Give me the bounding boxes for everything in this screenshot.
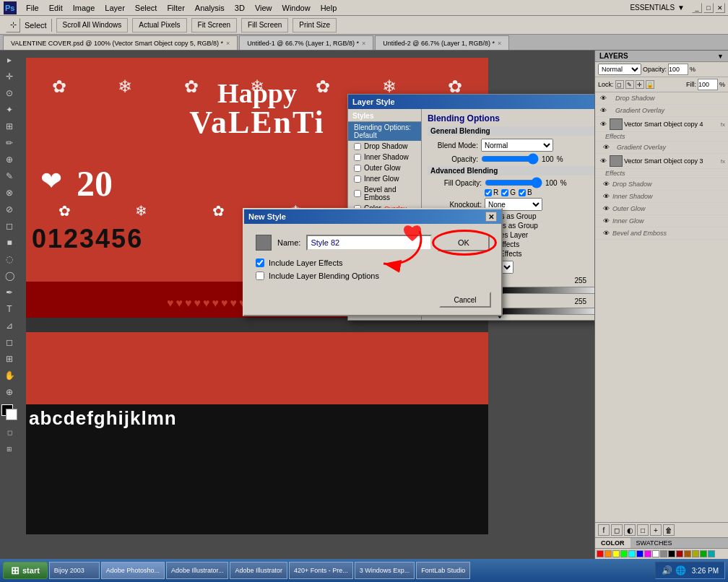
style-name-input[interactable] [306, 235, 432, 251]
new-style-titlebar[interactable]: New Style ✕ [244, 209, 501, 224]
tool-selection[interactable]: ▸ [1, 52, 17, 68]
layer-group-btn[interactable]: □ [637, 524, 649, 536]
tool-screen-mode[interactable]: ⊞ [1, 441, 17, 457]
swatch-gray[interactable] [660, 550, 667, 557]
layer-mask-btn[interactable]: ◻ [611, 524, 623, 536]
tray-icon-1[interactable]: 🔊 [662, 565, 672, 576]
tool-heal[interactable]: ⊕ [1, 152, 17, 168]
menu-window[interactable]: Window [278, 2, 315, 14]
style-item-4[interactable]: Inner Glow [348, 173, 421, 184]
opacity-slider[interactable] [481, 155, 539, 163]
layer-styles-btn[interactable]: f [598, 524, 610, 536]
channel-r-check[interactable] [485, 189, 492, 196]
layer-drop-shadow-2[interactable]: 👁 Drop Shadow [595, 178, 728, 191]
taskbar-item-5[interactable]: 3 Windows Exp... [355, 562, 415, 579]
menu-help[interactable]: Help [316, 2, 342, 14]
lock-transparent-btn[interactable]: ◻ [615, 80, 624, 89]
print-size-btn[interactable]: Print Size [292, 18, 337, 32]
blend-mode-select[interactable]: Normal [481, 139, 553, 152]
layer-inner-glow[interactable]: 👁 Inner Glow [595, 215, 728, 227]
tool-lasso[interactable]: ⊙ [1, 85, 17, 101]
tab-close-0[interactable]: × [226, 40, 230, 47]
tool-eraser[interactable]: ◻ [1, 218, 17, 234]
taskbar-item-0[interactable]: Bijoy 2003 [49, 562, 100, 579]
tool-pen[interactable]: ✒ [1, 285, 17, 300]
tab-close-2[interactable]: × [498, 40, 501, 47]
menu-edit[interactable]: Edit [45, 2, 67, 14]
fit-screen-btn[interactable]: Fit Screen [191, 18, 238, 32]
layer-gradient-overlay-1[interactable]: 👁 Gradient Overlay [595, 105, 728, 117]
swatch-green[interactable] [620, 550, 628, 557]
tool-icon[interactable]: ⊹ [6, 18, 20, 32]
swatch-teal[interactable] [708, 550, 715, 557]
tab-close-1[interactable]: × [362, 40, 365, 47]
layer-drop-shadow-1[interactable]: 👁 Drop Shadow [595, 92, 728, 105]
new-layer-btn[interactable]: + [650, 524, 662, 536]
swatch-orange[interactable] [604, 550, 612, 557]
tool-move[interactable]: ✛ [1, 69, 17, 84]
layer-style-titlebar[interactable]: Layer Style ✕ [348, 95, 594, 109]
taskbar-item-4[interactable]: 420+ Fonts - Pre... [289, 562, 353, 579]
taskbar-item-1[interactable]: Adobe Photosho... [101, 562, 165, 579]
workspace-dropdown-icon[interactable]: ▼ [677, 4, 685, 12]
swatch-darkgreen[interactable] [700, 550, 707, 557]
tool-path[interactable]: ⊿ [1, 318, 17, 334]
new-style-ok-btn[interactable]: OK [438, 234, 490, 251]
swatch-olive[interactable] [692, 550, 699, 557]
include-blending-check[interactable] [256, 272, 264, 280]
tool-mask-mode[interactable]: ◻ [1, 425, 17, 440]
lock-position-btn[interactable]: ✛ [636, 80, 644, 89]
menu-analysis[interactable]: Analysis [191, 2, 229, 14]
tool-crop[interactable]: ⊞ [1, 118, 17, 134]
style-item-5[interactable]: Bevel and Emboss [348, 184, 421, 203]
close-btn[interactable]: ✕ [715, 3, 725, 13]
style-item-3[interactable]: Outer Glow [348, 162, 421, 173]
tool-type[interactable]: T [1, 301, 17, 317]
maximize-btn[interactable]: □ [703, 3, 714, 13]
tool-shape[interactable]: ◻ [1, 334, 17, 350]
layer-effects-1[interactable]: Effects [595, 132, 728, 142]
layer-gradient-overlay-2[interactable]: 👁 Gradient Overlay [595, 142, 728, 154]
fill-screen-btn[interactable]: Fill Screen [241, 18, 288, 32]
layers-opacity-input[interactable] [668, 64, 688, 75]
menu-select[interactable]: Select [131, 2, 162, 14]
swatches-tab[interactable]: SWATCHES [630, 538, 678, 548]
menu-layer[interactable]: Layer [100, 2, 129, 14]
lock-all-btn[interactable]: 🔒 [646, 80, 654, 89]
start-button[interactable]: ⊞ start [3, 562, 48, 579]
tool-dodge[interactable]: ◯ [1, 268, 17, 284]
layer-vso-copy4[interactable]: 👁 Vector Smart Object copy 4 fx [595, 117, 728, 132]
tool-3d[interactable]: ⊞ [1, 351, 17, 367]
layer-effects-2[interactable]: Effects [595, 169, 728, 178]
style-item-0[interactable]: Blending Options: Default [348, 122, 421, 141]
tab-untitled1[interactable]: Untitled-1 @ 66.7% (Layer 1, RGB/8) * × [239, 35, 373, 50]
actual-pixels-btn[interactable]: Actual Pixels [132, 18, 186, 32]
channel-b-check[interactable] [519, 189, 526, 196]
tool-brush[interactable]: ✎ [1, 168, 17, 184]
menu-view[interactable]: View [251, 2, 277, 14]
taskbar-item-2[interactable]: Adobe Illustrator... [166, 562, 229, 579]
layer-adjustment-btn[interactable]: ◐ [624, 524, 636, 536]
swatch-brown[interactable] [684, 550, 691, 557]
layer-inner-shadow[interactable]: 👁 Inner Shadow [595, 191, 728, 203]
menu-file[interactable]: File [22, 2, 43, 14]
swatch-white[interactable] [652, 550, 659, 557]
lock-image-btn[interactable]: ✎ [625, 80, 634, 89]
tool-clone[interactable]: ⊗ [1, 185, 17, 201]
layer-blend-mode-select[interactable]: Normal [598, 64, 641, 75]
fill-opacity-slider[interactable] [485, 178, 542, 187]
tool-magic-wand[interactable]: ✦ [1, 102, 17, 118]
color-tab[interactable]: COLOR [595, 538, 630, 548]
swatch-cyan[interactable] [628, 550, 636, 557]
new-style-cancel-btn[interactable]: Cancel [439, 292, 491, 308]
delete-layer-btn[interactable]: 🗑 [663, 524, 675, 536]
swatch-yellow[interactable] [612, 550, 620, 557]
layer-outer-glow[interactable]: 👁 Outer Glow [595, 203, 728, 215]
tab-untitled2[interactable]: Untitled-2 @ 66.7% (Layer 1, RGB/8) * × [375, 35, 509, 50]
swatch-blue[interactable] [636, 550, 644, 557]
style-item-1[interactable]: Drop Shadow [348, 141, 421, 152]
swatch-magenta[interactable] [644, 550, 651, 557]
tool-hand[interactable]: ✋ [1, 368, 17, 383]
swatch-red[interactable] [597, 550, 604, 557]
tab-valentine[interactable]: VALENTINE COVER.psd @ 100% (Vector Smart… [3, 35, 238, 50]
